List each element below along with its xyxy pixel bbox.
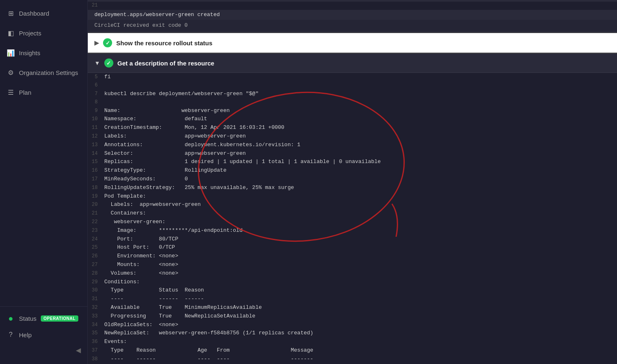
code-line-22: 22 webserver-green: [88,218,617,226]
describe-chevron-icon: ▼ [94,60,100,66]
deployment-created-line: deployment.apps/webserver-green created [88,10,617,20]
sidebar-item-label: Insights [19,49,40,56]
code-line-17: 17MinReadySeconds: 0 [88,175,617,184]
code-line-18: 18RollingUpdateStrategy: 25% max unavail… [88,184,617,192]
describe-code-block: 5fi67kubectl describe deployment/webserv… [88,73,617,364]
insights-icon: 📊 [7,49,15,57]
code-line-32: 32 Available True MinimumReplicasAvailab… [88,303,617,312]
sidebar-item-label: Dashboard [19,10,49,17]
status-dot-icon: ● [7,314,15,322]
code-line-37: 37 Type Reason Age From Message [88,346,617,355]
sidebar-item-label: Plan [19,89,31,96]
main-content: 21 deployment.apps/webserver-green creat… [88,0,617,364]
code-line-5: 5fi [88,73,617,82]
code-line-23: 23 Image: *********/api-endpoint:old [88,226,617,235]
code-line-36: 36Events: [88,338,617,346]
code-line-31: 31 ---- ------ ------ [88,295,617,303]
code-line-24: 24 Port: 80/TCP [88,235,617,244]
code-line-14: 14Selector: app=webserver-green [88,149,617,158]
code-line-7: 7kubectl describe deployment/webserver-g… [88,90,617,98]
rollout-success-icon [103,38,112,47]
code-line-25: 25 Host Port: 0/TCP [88,243,617,252]
step-describe-section: ▼ Get a description of the resource 5fi6… [88,53,617,364]
code-line-38: 38 ---- ------ ---- ---- ------- [88,355,617,364]
help-item[interactable]: ? Help [0,327,87,343]
projects-icon: ◧ [7,29,15,37]
describe-step-title: Get a description of the resource [117,60,214,67]
status-item[interactable]: ● Status OPERATIONAL [0,310,87,327]
code-line-12: 12Labels: app=webserver-green [88,132,617,141]
status-label: Status [19,315,37,322]
code-line-11: 11CreationTimestamp: Mon, 12 Apr 2021 16… [88,124,617,132]
code-line-8: 8 [88,98,617,107]
code-line-27: 27 Mounts: <none> [88,261,617,269]
top-output-section: 21 deployment.apps/webserver-green creat… [88,0,617,33]
help-icon: ? [7,331,15,339]
dashboard-icon: ⊞ [7,9,15,17]
exit-code-top: CircleCI received exit code 0 [88,20,617,31]
sidebar-item-dashboard[interactable]: ⊞ Dashboard [0,3,87,23]
step-rollout-header[interactable]: ▶ Show the resource rollout status [88,33,617,53]
code-line-35: 35NewReplicaSet: webserver-green-f584b87… [88,329,617,338]
sidebar-item-label: Organization Settings [19,69,78,76]
org-settings-icon: ⚙ [7,68,15,77]
status-badge: OPERATIONAL [41,315,79,322]
step-describe-header[interactable]: ▼ Get a description of the resource [88,53,617,73]
rollout-chevron-icon: ▶ [94,40,99,46]
sidebar-bottom: ● Status OPERATIONAL ? Help ◀ [0,306,87,364]
sidebar-collapse-button[interactable]: ◀ [0,343,87,357]
code-line-9: 9Name: webserver-green [88,107,617,115]
plan-icon: ☰ [7,88,15,96]
describe-success-icon [104,58,113,68]
sidebar-item-insights[interactable]: 📊 Insights [0,43,87,63]
code-line-26: 26 Environment: <none> [88,252,617,261]
code-lines-container: 5fi67kubectl describe deployment/webserv… [88,73,617,364]
sidebar-item-org-settings[interactable]: ⚙ Organization Settings [0,63,87,82]
code-line-28: 28 Volumes: <none> [88,269,617,278]
code-line-20: 20 Labels: app=webserver-green [88,201,617,209]
sidebar: ⊞ Dashboard ◧ Projects 📊 Insights ⚙ Orga… [0,0,88,364]
rollout-step-title: Show the resource rollout status [116,40,212,47]
code-line-15: 15Replicas: 1 desired | 1 updated | 1 to… [88,158,617,166]
collapse-icon: ◀ [76,346,81,354]
code-line-partial-21: 21 [88,2,617,10]
sidebar-item-label: Projects [19,30,41,37]
sidebar-item-plan[interactable]: ☰ Plan [0,82,87,102]
sidebar-item-projects[interactable]: ◧ Projects [0,23,87,43]
code-line-10: 10Namespace: default [88,115,617,124]
code-line-13: 13Annotations: deployment.kubernetes.io/… [88,141,617,149]
code-line-29: 29Conditions: [88,278,617,287]
code-line-21: 21 Containers: [88,209,617,218]
code-line-30: 30 Type Status Reason [88,286,617,295]
top-code-block: 21 [88,2,617,10]
code-line-6: 6 [88,82,617,90]
code-line-19: 19Pod Template: [88,192,617,201]
code-line-34: 34OldReplicaSets: <none> [88,321,617,329]
code-line-16: 16StrategyType: RollingUpdate [88,166,617,175]
sidebar-nav: ⊞ Dashboard ◧ Projects 📊 Insights ⚙ Orga… [0,0,87,306]
help-label: Help [19,331,32,338]
code-line-33: 33 Progressing True NewReplicaSetAvailab… [88,312,617,321]
